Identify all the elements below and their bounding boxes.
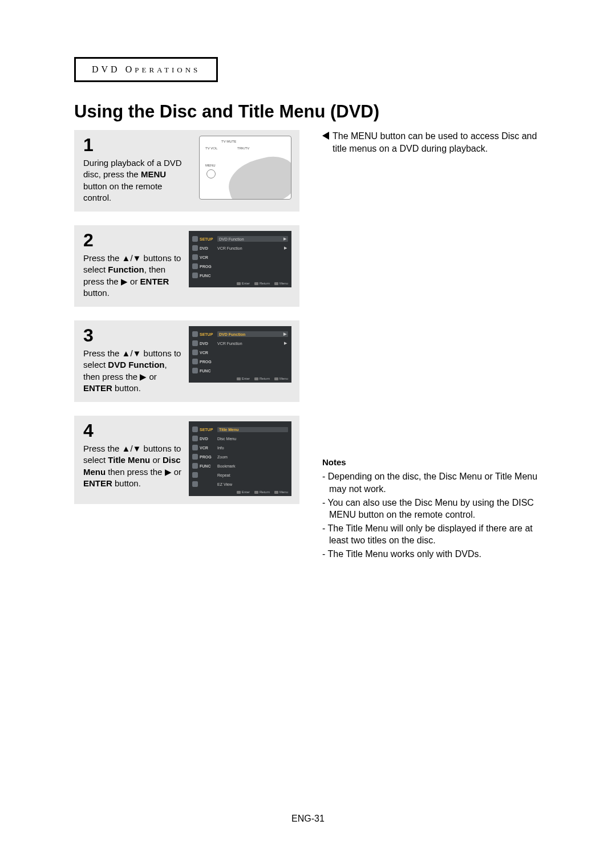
step-2: 2 Press the ▲/▼ buttons to select Functi…	[74, 225, 299, 307]
content-columns: 1 During playback of a DVD disc, press t…	[74, 130, 548, 562]
note-item: The Title Menu works only with DVDs.	[329, 548, 548, 560]
steps-column: 1 During playback of a DVD disc, press t…	[74, 130, 299, 518]
updown-icon: ▲/▼	[122, 253, 141, 263]
step-desc: During playback of a DVD disc, press the…	[83, 157, 186, 204]
manual-page: DVD OPERATIONS Using the Disc and Title …	[0, 0, 616, 841]
note-item: You can also use the Disc Menu by using …	[329, 497, 548, 521]
step-number: 2	[83, 231, 182, 249]
tip-callout: The MENU button can be used to access Di…	[322, 130, 548, 155]
note-item: The Title Menu will only be displayed if…	[329, 522, 548, 547]
left-triangle-icon	[322, 132, 329, 140]
step-desc: Press the ▲/▼ buttons to select Function…	[83, 253, 182, 299]
step-number: 4	[83, 421, 182, 440]
page-footer: ENG-31	[0, 814, 616, 824]
step-desc: Press the ▲/▼ buttons to select DVD Func…	[83, 348, 182, 394]
step-desc: Press the ▲/▼ buttons to select Title Me…	[83, 443, 182, 489]
step-1: 1 During playback of a DVD disc, press t…	[74, 130, 299, 212]
right-icon: ▶	[165, 467, 172, 477]
osd-screenshot-2: SETUPDVD Function▶DVDVCR Function▶VCRPRO…	[189, 231, 291, 287]
step-3: 3 Press the ▲/▼ buttons to select DVD Fu…	[74, 320, 299, 402]
notes-heading: Notes	[322, 457, 548, 468]
section-label-box: DVD OPERATIONS	[74, 57, 218, 82]
tip-text: The MENU button can be used to access Di…	[333, 130, 548, 155]
updown-icon: ▲/▼	[122, 444, 141, 453]
step-number: 3	[83, 326, 182, 344]
right-icon: ▶	[121, 277, 128, 286]
note-item: Depending on the disc, the Disc Menu or …	[329, 470, 548, 495]
step-illustration: TV MUTE TV VOL TRK/TV MENU	[193, 136, 291, 204]
step-number: 1	[83, 136, 186, 154]
osd-screenshot-3: SETUPDVD Function▶DVDVCR Function▶VCRPRO…	[189, 326, 291, 383]
page-title: Using the Disc and Title Menu (DVD)	[74, 101, 548, 122]
remote-drawing: TV MUTE TV VOL TRK/TV MENU	[199, 136, 291, 200]
notes-list: Depending on the disc, the Disc Menu or …	[322, 470, 548, 560]
osd-screenshot-4: SETUPTitle MenuDVDDisc MenuVCRInfoPROGZo…	[189, 421, 291, 496]
step-4: 4 Press the ▲/▼ buttons to select Title …	[74, 416, 299, 504]
section-label-text: DVD OPERATIONS	[92, 64, 200, 74]
info-column: The MENU button can be used to access Di…	[322, 130, 548, 562]
updown-icon: ▲/▼	[122, 348, 141, 358]
right-icon: ▶	[140, 372, 147, 381]
